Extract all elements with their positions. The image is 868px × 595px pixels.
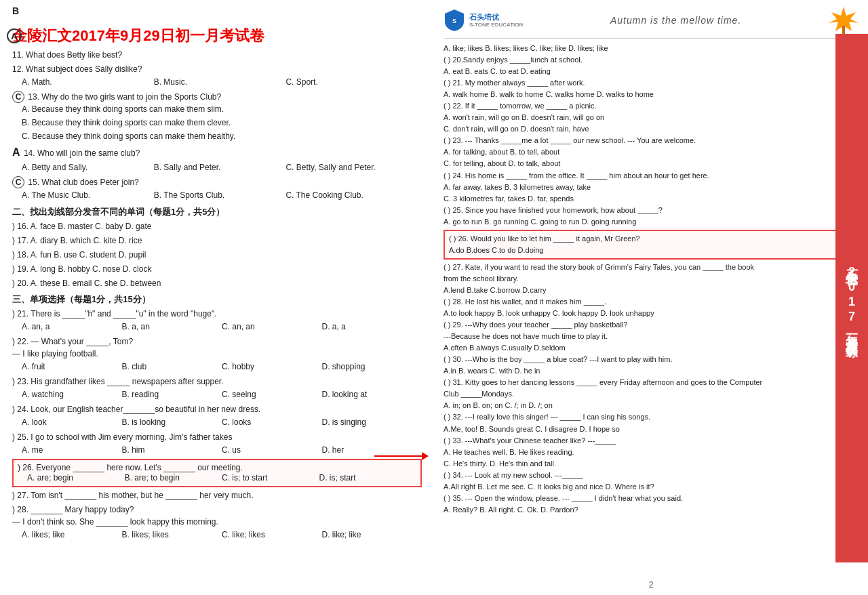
svg-text:S: S xyxy=(452,18,456,24)
q13-opt-c: C. Because they think doing sports can m… xyxy=(22,130,422,142)
r-item-1: ( ) 20.Sandy enjoys _____lunch at school… xyxy=(443,54,859,66)
q20: ) 20. A. these B. email C. she D. betwee… xyxy=(12,277,422,289)
logo-name: 石头培优 xyxy=(469,12,523,22)
q28-block: ) 28. _______ Mary happy today? — I don'… xyxy=(12,504,422,541)
r-item2-1: from the school library. xyxy=(443,273,859,285)
q21-opt-d: D. a, a xyxy=(322,320,422,333)
section2-title: 二、找出划线部分发音不同的单词（每题1分，共5分） xyxy=(12,206,422,218)
shield-icon: S xyxy=(443,8,465,33)
q21-block: ) 21. There is _____"h" and _____"u" in … xyxy=(12,308,422,333)
q22-sub: — I like playing football. xyxy=(12,348,422,360)
q23-text: ) 23. His grandfather likes _____ newspa… xyxy=(12,375,422,388)
q25-opt-b: B. him xyxy=(122,443,222,457)
r-item2-11: Club _____Mondays. xyxy=(443,388,859,400)
q26-opt-b: B. are; to begin xyxy=(125,472,222,483)
q21-opt-c: C. an, an xyxy=(222,320,322,333)
q18: ) 18. A. fun B. use C. student D. pupil xyxy=(12,249,422,261)
left-panel: B A 金陵汇文2017年9月29日初一月考试卷 11. What does B… xyxy=(0,0,434,595)
q21-opt-a: A. an, a xyxy=(22,320,122,333)
q14-options: A. Betty and Sally. B. Sally and Peter. … xyxy=(22,161,422,174)
q21-options: A. an, a B. a, an C. an, an D. a, a xyxy=(22,320,422,333)
q11-block: 11. What does Betty like best? xyxy=(12,49,422,61)
q21-opt-b: B. a, an xyxy=(122,320,222,333)
r-q26-opts: A.do B.does C.to do D.doing xyxy=(449,245,853,256)
q16: ) 16. A. face B. master C. baby D. gate xyxy=(12,220,422,232)
logo-area: S 石头培优 S-TONE EDUCATION xyxy=(443,8,523,33)
q24-opt-b: B. is looking xyxy=(122,415,222,429)
q22-text: ) 22. — What's your _____, Tom? xyxy=(12,335,422,348)
q25-options: A. me B. him C. us D. her xyxy=(22,443,422,457)
q14-opt-b: B. Sally and Peter. xyxy=(154,161,286,174)
q15-answer: C xyxy=(12,176,24,188)
svg-rect-3 xyxy=(842,26,845,34)
q23-opt-d: D. looking at xyxy=(322,388,422,401)
q14-text: 14. Who will join the same club? xyxy=(24,148,140,158)
right-content: A. like; likes B. likes; likes C. like; … xyxy=(443,43,859,516)
q15-opt-b: B. The Sports Club. xyxy=(154,188,286,202)
r-item-9: A. for talking, about B. to tell, about xyxy=(443,146,859,158)
q14-opt-c: C. Betty, Sally and Peter. xyxy=(285,161,418,174)
r-q26-text: ( ) 26. Would you like to let him _____ … xyxy=(449,233,853,245)
r-item2-5: ( ) 29. ---Why does your teacher _____ p… xyxy=(443,319,859,331)
r-item2-2: A.lend B.take C.borrow D.carry xyxy=(443,285,859,296)
r-item2-17: C. He's thirty. D. He's thin and tall. xyxy=(443,458,859,470)
q14-block: A 14. Who will join the same club? A. Be… xyxy=(12,144,422,174)
q22-opt-c: C. hobby xyxy=(222,360,322,373)
q13-text: 13. Why do the two girls want to join th… xyxy=(28,92,221,102)
q13-answer: C xyxy=(12,91,24,103)
q26-opt-d: D. is; start xyxy=(319,472,417,483)
exam-title: 金陵汇文2017年9月29日初一月考试卷 xyxy=(12,26,422,46)
maple-leaf-container xyxy=(829,5,859,35)
logo-text: 石头培优 S-TONE EDUCATION xyxy=(469,12,523,29)
q13-opt-b: B. Because they think doing sports can m… xyxy=(22,117,422,129)
q28-opt-d: D. like; like xyxy=(322,528,422,541)
q15-options: A. The Music Club. B. The Sports Club. C… xyxy=(22,188,422,202)
q11-text: 11. What does Betty like best? xyxy=(12,50,122,60)
r-item-10: C. for telling, about D. to talk, about xyxy=(443,158,859,169)
q28-opt-a: A. likes; like xyxy=(22,528,122,541)
q26-opt-c: C. is; to start xyxy=(222,472,319,483)
q27-block: ) 27. Tom isn't _______ his mother, but … xyxy=(12,489,422,501)
r-item2-16: A. He teaches well. B. He likes reading. xyxy=(443,447,859,458)
r-item2-15: ( ) 33. ---What's your Chinese teacher l… xyxy=(443,435,859,447)
q24-opt-d: D. is singing xyxy=(322,415,422,429)
right-panel: S 石头培优 S-TONE EDUCATION Autumn is the me… xyxy=(434,0,868,595)
r-item-3: ( ) 21. My mother always _____ after wor… xyxy=(443,77,859,89)
logo-shield-container: S xyxy=(443,8,465,33)
q15-opt-c: C. The Cooking Club. xyxy=(285,188,418,202)
q24-opt-c: C. looks xyxy=(222,415,322,429)
side-banner: 石头培优2017年初一月考基础训练 xyxy=(835,34,868,562)
q26-options: A. are; begin B. are; to begin C. is; to… xyxy=(27,472,416,483)
q25-text: ) 25. I go to school with Jim every morn… xyxy=(12,431,422,443)
q12-text: 12. What subject does Sally dislike? xyxy=(12,64,142,74)
r-item2-10: ( ) 31. Kitty goes to her dancing lesson… xyxy=(443,377,859,388)
section-b-label: B xyxy=(12,5,19,16)
svg-marker-1 xyxy=(422,452,429,460)
r-q26-highlight: ( ) 26. Would you like to let him _____ … xyxy=(443,230,859,260)
q15-text: 15. What club does Peter join? xyxy=(28,178,138,187)
r-item-6: A. won't rain, will go on B. doesn't rai… xyxy=(443,112,859,123)
q15-block: C 15. What club does Peter join? A. The … xyxy=(12,176,422,202)
q14-answer-a: A xyxy=(12,146,20,158)
q13-options: A. Because they think doing sports can m… xyxy=(22,103,422,142)
q22-opt-b: B. club xyxy=(122,360,222,373)
r-item2-14: A.Me, too! B. Sounds great C. I disagree… xyxy=(443,424,859,435)
r-item2-4: A.to look happy B. look unhappy C. look … xyxy=(443,308,859,319)
r-item-7: C. don't rain, will go on D. doesn't rai… xyxy=(443,123,859,135)
r-item2-7: A.often B.always C.usually D.seldom xyxy=(443,342,859,354)
r-item-15: A. go to run B. go running C. going to r… xyxy=(443,216,859,228)
answer-a-circle: A xyxy=(7,28,22,43)
r-item-5: ( ) 22. If it _____ tomorrow, we _____ a… xyxy=(443,100,859,112)
r-item-13: C. 3 kilometres far, takes D. far, spend… xyxy=(443,193,859,205)
r-item2-21: A. Really? B. All right. C. Ok. D. Pardo… xyxy=(443,504,859,516)
r-item2-18: ( ) 34. --- Look at my new school. ---__… xyxy=(443,470,859,481)
q13-opt-a: A. Because they think doing sports can m… xyxy=(22,103,422,115)
maple-leaf-icon xyxy=(829,5,859,35)
q12-opt-a: A. Math. xyxy=(22,75,154,89)
r-item-2: A. eat B. eats C. to eat D. eating xyxy=(443,66,859,77)
r-item2-13: ( ) 32. ---I really love this singer! --… xyxy=(443,411,859,423)
q25-block: ) 25. I go to school with Jim every morn… xyxy=(12,431,422,457)
q24-text: ) 24. Look, our English teacher_______so… xyxy=(12,403,422,415)
q12-options: A. Math. B. Music. C. Sport. xyxy=(22,75,422,89)
q28-text: ) 28. _______ Mary happy today? xyxy=(12,504,422,516)
